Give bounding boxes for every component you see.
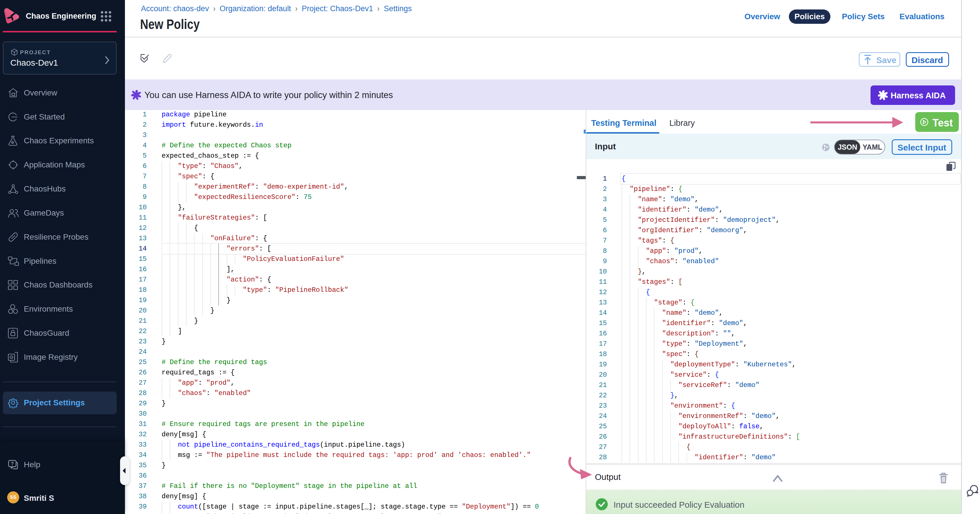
svg-text:?: ?	[11, 461, 14, 466]
